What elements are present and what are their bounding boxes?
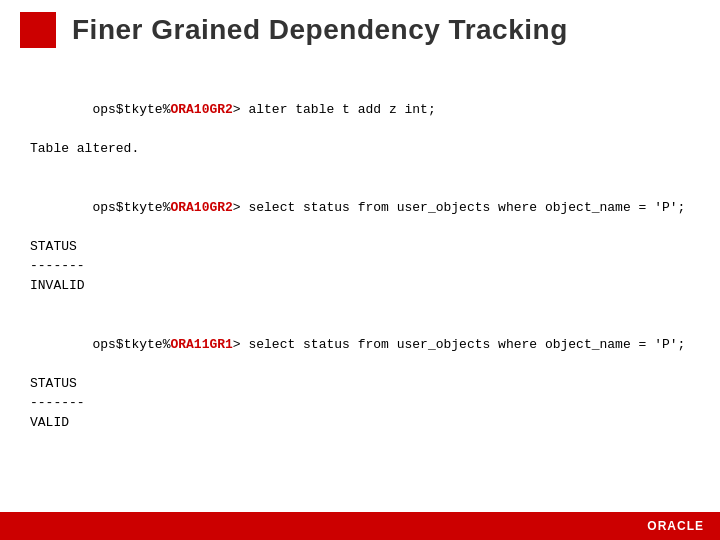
prompt-suffix-2: > select status from user_objects where … <box>233 200 685 215</box>
prompt-highlight-2: ORA10GR2 <box>170 200 232 215</box>
prompt-prefix-3: ops$tkyte% <box>92 337 170 352</box>
footer: ORACLE <box>0 512 720 540</box>
result-invalid: INVALID <box>30 276 690 296</box>
separator-2: ------- <box>30 393 690 413</box>
header: Finer Grained Dependency Tracking <box>0 0 720 60</box>
oracle-logo: ORACLE <box>647 519 704 533</box>
status-label-1: STATUS <box>30 237 690 257</box>
code-line-prompt-1: ops$tkyte%ORA10GR2> alter table t add z … <box>30 80 690 139</box>
prompt-highlight-3: ORA11GR1 <box>170 337 232 352</box>
prompt-highlight-1: ORA10GR2 <box>170 102 232 117</box>
result-valid: VALID <box>30 413 690 433</box>
prompt-suffix-1: > alter table t add z int; <box>233 102 436 117</box>
status-label-2: STATUS <box>30 374 690 394</box>
code-block-3: ops$tkyte%ORA11GR1> select status from u… <box>30 315 690 432</box>
red-square-decoration <box>20 12 56 48</box>
prompt-prefix-1: ops$tkyte% <box>92 102 170 117</box>
code-output-1: Table altered. <box>30 139 690 159</box>
prompt-prefix-2: ops$tkyte% <box>92 200 170 215</box>
page-container: Finer Grained Dependency Tracking ops$tk… <box>0 0 720 540</box>
code-block-2: ops$tkyte%ORA10GR2> select status from u… <box>30 178 690 295</box>
page-title: Finer Grained Dependency Tracking <box>72 14 568 46</box>
code-line-prompt-3: ops$tkyte%ORA11GR1> select status from u… <box>30 315 690 374</box>
prompt-suffix-3: > select status from user_objects where … <box>233 337 685 352</box>
code-line-prompt-2: ops$tkyte%ORA10GR2> select status from u… <box>30 178 690 237</box>
separator-1: ------- <box>30 256 690 276</box>
content-area: ops$tkyte%ORA10GR2> alter table t add z … <box>0 60 720 512</box>
code-block-1: ops$tkyte%ORA10GR2> alter table t add z … <box>30 80 690 158</box>
